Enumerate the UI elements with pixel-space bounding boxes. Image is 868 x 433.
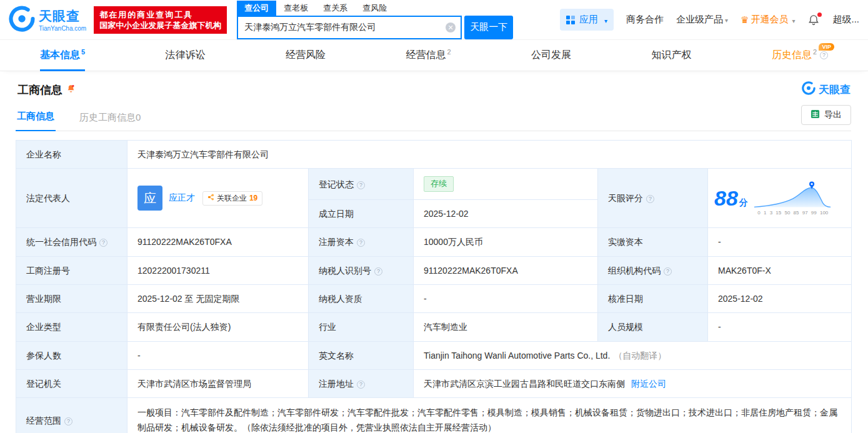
tab-count: 2 (813, 48, 817, 56)
subtab-business-info[interactable]: 工商信息 (16, 104, 56, 131)
top-header: 天眼查 TianYanCha.com 都在用的商业查询工具 国家中小企业发展子基… (0, 0, 868, 40)
info-icon[interactable] (664, 267, 672, 276)
promo-line2: 国家中小企业发展子基金旗下机构 (99, 20, 221, 31)
search-tab-boss[interactable]: 查老板 (276, 1, 316, 16)
field-label: 核准日期 (598, 285, 708, 313)
watermark-logo: 天眼查 (802, 81, 851, 98)
subtab-history-business-info[interactable]: 历史工商信息0 (79, 112, 141, 124)
promo-line1: 都在用的商业查询工具 (99, 9, 221, 20)
reg-capital-value: 10000万人民币 (414, 228, 598, 256)
info-icon[interactable] (64, 417, 72, 426)
info-icon[interactable] (357, 239, 365, 247)
legal-rep-avatar[interactable]: 应 (137, 186, 162, 211)
search-block: 查公司 查老板 查关系 查风险 天眼一下 (237, 1, 513, 39)
business-scope-value: 一般项目：汽车零部件及配件制造；汽车零部件研发；汽车零配件批发；汽车零配件零售；… (127, 398, 852, 433)
super-vip-link[interactable]: 超级... (832, 14, 859, 26)
score-value: 88分 (714, 187, 748, 209)
table-row: 企业类型 有限责任公司(法人独资) 行业 汽车制造业 人员规模 - (16, 313, 852, 341)
field-label: 统一社会信用代码 (16, 228, 127, 256)
field-label: 营业期限 (16, 285, 127, 313)
info-icon[interactable] (99, 239, 107, 247)
industry-value: 汽车制造业 (414, 313, 598, 341)
org-code-value: MAK26T0F-X (708, 256, 852, 284)
info-icon[interactable] (374, 267, 382, 276)
field-label: 成立日期 (309, 200, 414, 228)
reg-number-value: 120222001730211 (127, 256, 309, 284)
legal-rep-link[interactable]: 应正才 (169, 192, 195, 202)
legal-rep-cell: 应 应正才 关联企业 19 (127, 169, 309, 228)
vip-badge: VIP (819, 43, 834, 51)
search-tab-risk[interactable]: 查风险 (355, 1, 394, 16)
search-input[interactable] (238, 17, 461, 38)
related-companies-icon (207, 193, 214, 204)
paid-capital-value: - (708, 228, 852, 256)
nearby-companies-link[interactable]: 附近公司 (631, 379, 666, 389)
excel-export-icon (811, 109, 820, 121)
field-label: 经营范围 (16, 398, 127, 433)
field-label: 纳税人识别号 (309, 256, 414, 284)
chevron-down-icon (602, 14, 607, 25)
field-label: 英文名称 (309, 341, 414, 369)
table-row: 工商注册号 120222001730211 纳税人识别号 91120222MAK… (16, 256, 852, 284)
approval-date-value: 2025-12-02 (708, 285, 852, 313)
field-label: 注册资本 (309, 228, 414, 256)
logo-text: 天眼查 TianYanCha.com (39, 7, 86, 32)
tab-basic-info[interactable]: 基本信息5 (40, 40, 85, 71)
table-row: 统一社会信用代码 91120222MAK26T0FXA 注册资本 10000万人… (16, 228, 852, 256)
reg-status-value: 存续 (414, 169, 598, 200)
open-vip-link[interactable]: ♛开通会员 (741, 14, 795, 26)
related-companies-tag[interactable]: 关联企业 19 (202, 191, 262, 206)
business-cooperation-link[interactable]: 商务合作 (626, 14, 664, 26)
apps-button[interactable]: 应用 (560, 9, 614, 31)
top-actions: 应用 商务合作 企业级产品 ♛开通会员 超级... (560, 9, 859, 31)
tab-operating-risk[interactable]: 经营风险 (286, 40, 326, 71)
insured-value: - (127, 341, 309, 369)
tianyancha-logo-icon (9, 6, 35, 34)
tab-business-info[interactable]: 经营信息2 (406, 40, 451, 71)
credit-code-value: 91120222MAK26T0FXA (127, 228, 309, 256)
tab-count: 5 (81, 48, 85, 56)
table-row: 企业名称 天津泰鸿万立汽车零部件有限公司 (16, 141, 852, 169)
section-title: 工商信息 (17, 82, 76, 97)
staff-size-value: - (708, 313, 852, 341)
info-icon[interactable] (646, 195, 654, 203)
alert-bell-icon[interactable] (66, 83, 76, 96)
notification-bell-icon[interactable] (807, 14, 820, 26)
reg-address-value: 天津市武清区京滨工业园古昌路和民旺道交口东南侧附近公司 (414, 369, 852, 397)
company-nav-tabs: 基本信息5 法律诉讼 经营风险 经营信息2 公司发展 知识产权 历史信息 2 V… (0, 40, 868, 71)
table-row: 登记机关 天津市武清区市场监督管理局 注册地址 天津市武清区京滨工业园古昌路和民… (16, 369, 852, 397)
brand-name: 天眼查 (39, 7, 86, 25)
score-curve-chart: 0 1 3 15 50 85 97 99 100 (753, 181, 833, 217)
field-label: 企业名称 (16, 141, 127, 169)
search-tab-company[interactable]: 查公司 (237, 1, 276, 16)
search-button[interactable]: 天眼一下 (464, 16, 513, 39)
field-label: 人员规模 (598, 313, 708, 341)
english-name-value: Tianjin Taihong Wanli Automotive Parts C… (414, 341, 852, 369)
brand-domain: TianYanCha.com (39, 25, 86, 32)
promo-badge: 都在用的商业查询工具 国家中小企业发展子基金旗下机构 (94, 6, 227, 34)
field-label: 组织机构代码 (598, 256, 708, 284)
tab-company-development[interactable]: 公司发展 (531, 40, 571, 71)
company-name-value: 天津泰鸿万立汽车零部件有限公司 (127, 141, 852, 169)
taxpayer-id-value: 91120222MAK26T0FXA (414, 256, 598, 284)
info-icon[interactable] (357, 381, 365, 389)
company-type-value: 有限责任公司(法人独资) (127, 313, 309, 341)
notification-dot (817, 12, 822, 17)
section-head: 工商信息 天眼查 (0, 71, 868, 104)
enterprise-products-link[interactable]: 企业级产品 (676, 14, 728, 26)
search-row: 天眼一下 (237, 16, 513, 39)
info-icon[interactable] (357, 181, 365, 189)
info-icon[interactable] (820, 51, 828, 59)
tianyancha-logo[interactable]: 天眼查 TianYanCha.com (9, 6, 86, 34)
tab-intellectual-property[interactable]: 知识产权 (651, 40, 691, 71)
taxpayer-quality-value: - (414, 285, 598, 313)
export-button[interactable]: 导出 (801, 105, 851, 125)
tab-history-info[interactable]: 历史信息 2 VIP (772, 40, 828, 71)
score-cell[interactable]: 88分 0 1 3 15 50 85 97 99 100 (708, 169, 852, 228)
chevron-down-icon (723, 14, 728, 24)
search-tab-relation[interactable]: 查关系 (316, 1, 355, 16)
subtabs-row: 工商信息 历史工商信息0 导出 (16, 104, 851, 131)
clear-search-icon[interactable] (446, 22, 456, 32)
tab-count: 2 (447, 48, 451, 56)
tab-legal-proceedings[interactable]: 法律诉讼 (166, 40, 206, 71)
